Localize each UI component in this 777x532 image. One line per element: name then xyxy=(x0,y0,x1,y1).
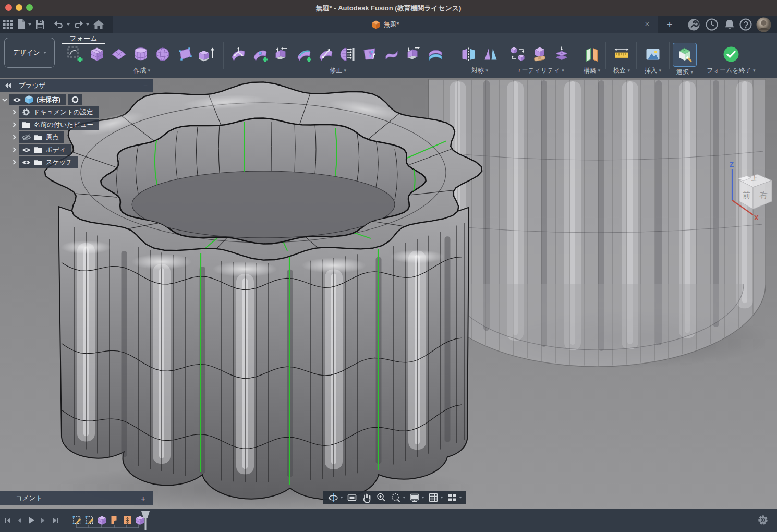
undo-icon[interactable] xyxy=(53,19,65,30)
thicken-icon[interactable] xyxy=(424,44,446,65)
eye-icon[interactable] xyxy=(22,147,31,153)
document-tab[interactable]: 無題* × xyxy=(113,16,658,33)
file-menu-caret[interactable] xyxy=(27,19,32,30)
grid-settings-tool[interactable] xyxy=(426,491,445,504)
browser-item-bodies[interactable]: ボディ xyxy=(0,143,153,156)
extensions-icon[interactable] xyxy=(687,18,700,31)
viewport-navbar xyxy=(323,491,466,504)
home-icon[interactable] xyxy=(93,19,104,30)
browser-header: ブラウザ − xyxy=(0,79,153,92)
new-tab-button[interactable]: + xyxy=(663,18,676,31)
timeline-go-end-button[interactable] xyxy=(51,516,60,525)
inspect-group-label[interactable]: 検査 ▾ xyxy=(609,66,635,75)
app-grid-icon[interactable] xyxy=(2,19,14,30)
redo-icon[interactable] xyxy=(72,19,84,30)
subdivide-icon[interactable] xyxy=(315,44,337,65)
circular-symmetry-icon[interactable] xyxy=(480,44,502,65)
timeline-playhead[interactable] xyxy=(145,511,147,530)
pan-tool[interactable] xyxy=(359,491,374,504)
measure-icon[interactable] xyxy=(611,44,633,65)
browser-root-row[interactable]: (未保存) xyxy=(0,93,153,106)
browser-minimize[interactable]: − xyxy=(143,81,148,90)
workspace-selector[interactable]: デザイン xyxy=(4,38,55,68)
chevron-right-icon[interactable] xyxy=(9,160,19,165)
file-menu-icon[interactable] xyxy=(16,19,27,30)
chevron-right-icon[interactable] xyxy=(9,135,19,140)
application-bar: 無題* × + xyxy=(0,16,777,33)
box-icon[interactable] xyxy=(86,44,108,65)
eye-icon[interactable] xyxy=(22,160,31,165)
look-at-tool[interactable] xyxy=(345,491,359,504)
save-icon[interactable] xyxy=(34,19,46,30)
modify-group-label[interactable]: 修正 ▾ xyxy=(227,66,448,75)
cylinder-icon[interactable] xyxy=(130,44,152,65)
collapse-panel-icon[interactable] xyxy=(5,83,11,88)
convert-icon[interactable] xyxy=(507,44,529,65)
viewports-tool[interactable] xyxy=(445,491,464,504)
repair-body-icon[interactable] xyxy=(529,44,551,65)
axis-z-label: Z xyxy=(730,161,734,168)
flatten-icon[interactable] xyxy=(337,44,359,65)
insert-point-icon[interactable] xyxy=(249,44,271,65)
construction-plane-icon[interactable] xyxy=(581,44,603,65)
orbit-tool[interactable] xyxy=(326,491,345,504)
display-mode-icon[interactable] xyxy=(551,44,573,65)
browser-item-document-settings[interactable]: ドキュメントの設定 xyxy=(0,106,153,118)
zoom-tool[interactable] xyxy=(374,491,388,504)
browser-item-sketches[interactable]: スケッチ xyxy=(0,156,153,168)
insert-canvas-icon[interactable] xyxy=(642,44,664,65)
sphere-icon[interactable] xyxy=(152,44,174,65)
browser-item-named-views[interactable]: 名前の付いたビュー xyxy=(0,118,153,131)
timeline-settings-gear-icon[interactable] xyxy=(757,514,769,528)
timeline-play-button[interactable] xyxy=(26,516,35,525)
ribbon-group-utility: ユーティリティ ▾ xyxy=(505,44,575,75)
create-sketch-icon[interactable] xyxy=(64,44,86,65)
edit-form-icon[interactable] xyxy=(227,44,249,65)
select-tool-active[interactable] xyxy=(673,43,697,67)
sync-status-icon[interactable] xyxy=(68,94,82,105)
browser-item-origin[interactable]: 原点 xyxy=(0,131,153,143)
close-tab-icon[interactable]: × xyxy=(642,19,652,28)
bevel-edge-icon[interactable] xyxy=(271,44,293,65)
add-comment-button[interactable]: + xyxy=(141,494,145,503)
chevron-right-icon[interactable] xyxy=(9,122,19,127)
window-title: 無題* - Autodesk Fusion (教育機関ライセンス) xyxy=(0,4,777,13)
construct-group-label[interactable]: 構築 ▾ xyxy=(579,66,605,75)
user-avatar[interactable] xyxy=(756,17,771,32)
document-cube-icon xyxy=(372,20,380,29)
view-cube[interactable]: Z X 上 前 右 xyxy=(724,160,777,222)
create-group-label[interactable]: 作成 ▾ xyxy=(64,66,220,75)
timeline-step-forward-button[interactable] xyxy=(39,516,48,525)
notifications-bell-icon[interactable] xyxy=(723,18,736,31)
chevron-right-icon[interactable] xyxy=(9,110,19,115)
display-settings-tool[interactable] xyxy=(407,491,426,504)
timeline-step-back-button[interactable] xyxy=(15,516,24,525)
ribbon-group-create: 作成 ▾ xyxy=(64,44,220,75)
plane-icon[interactable] xyxy=(108,44,130,65)
help-icon[interactable] xyxy=(739,18,752,31)
job-status-icon[interactable] xyxy=(705,18,719,31)
redo-caret[interactable] xyxy=(85,19,90,30)
comments-panel[interactable]: コメント + xyxy=(0,491,153,505)
tab-form[interactable]: フォーム xyxy=(62,34,105,43)
symmetry-group-label[interactable]: 対称 ▾ xyxy=(457,66,503,75)
face-icon[interactable] xyxy=(174,44,196,65)
eye-icon[interactable] xyxy=(13,97,21,103)
finish-form-button[interactable]: フォームを終了 ▾ xyxy=(700,44,762,75)
insert-edge-icon[interactable] xyxy=(293,44,315,65)
insert-group-label[interactable]: 挿入 ▾ xyxy=(640,66,666,75)
crease-icon[interactable] xyxy=(381,44,403,65)
chevron-right-icon[interactable] xyxy=(9,147,19,152)
uncrease-icon[interactable] xyxy=(403,44,424,65)
timeline-go-start-button[interactable] xyxy=(3,516,13,525)
undo-caret[interactable] xyxy=(66,19,71,30)
document-cube-icon xyxy=(25,95,33,104)
select-group-label[interactable]: 選択 ▾ xyxy=(672,68,698,77)
extrude-icon[interactable] xyxy=(196,44,217,65)
mirror-symmetry-icon[interactable] xyxy=(458,44,480,65)
eye-hidden-icon[interactable] xyxy=(22,134,31,141)
chevron-down-icon[interactable] xyxy=(0,98,9,102)
fit-tool[interactable] xyxy=(388,491,407,504)
utility-group-label[interactable]: ユーティリティ ▾ xyxy=(505,66,575,75)
weld-vertices-icon[interactable] xyxy=(359,44,381,65)
